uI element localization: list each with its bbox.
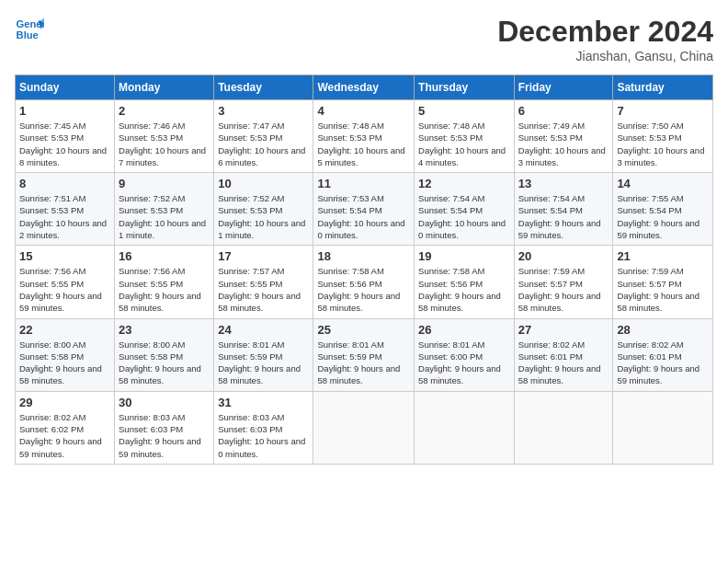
calendar-cell: 9 Sunrise: 7:52 AM Sunset: 5:53 PM Dayli… — [115, 173, 214, 246]
day-info: Sunrise: 7:56 AM Sunset: 5:55 PM Dayligh… — [119, 265, 210, 314]
column-header-saturday: Saturday — [613, 75, 713, 100]
calendar-cell: 23 Sunrise: 8:00 AM Sunset: 5:58 PM Dayl… — [115, 318, 214, 391]
day-number: 6 — [518, 104, 609, 118]
day-number: 30 — [119, 396, 210, 409]
day-info: Sunrise: 8:00 AM Sunset: 5:58 PM Dayligh… — [119, 339, 210, 387]
day-number: 18 — [317, 249, 410, 263]
day-info: Sunrise: 7:54 AM Sunset: 5:54 PM Dayligh… — [418, 192, 510, 241]
calendar-cell: 18 Sunrise: 7:58 AM Sunset: 5:56 PM Dayl… — [313, 246, 415, 318]
day-number: 8 — [19, 177, 110, 190]
calendar-week-row: 15 Sunrise: 7:56 AM Sunset: 5:55 PM Dayl… — [16, 246, 713, 318]
calendar-header-row: SundayMondayTuesdayWednesdayThursdayFrid… — [16, 75, 713, 100]
calendar-cell — [514, 391, 613, 464]
logo-icon: General Blue — [15, 15, 44, 44]
calendar-cell — [415, 391, 515, 464]
day-info: Sunrise: 7:50 AM Sunset: 5:53 PM Dayligh… — [617, 120, 709, 168]
day-number: 31 — [218, 396, 309, 409]
calendar-cell: 16 Sunrise: 7:56 AM Sunset: 5:55 PM Dayl… — [115, 246, 214, 318]
day-info: Sunrise: 8:02 AM Sunset: 6:01 PM Dayligh… — [518, 339, 609, 387]
day-info: Sunrise: 8:03 AM Sunset: 6:03 PM Dayligh… — [218, 411, 309, 460]
day-number: 29 — [19, 396, 110, 409]
day-number: 5 — [418, 104, 510, 118]
day-info: Sunrise: 8:02 AM Sunset: 6:02 PM Dayligh… — [19, 411, 110, 460]
day-number: 19 — [418, 249, 510, 263]
calendar-table: SundayMondayTuesdayWednesdayThursdayFrid… — [15, 75, 713, 465]
day-number: 25 — [317, 323, 410, 337]
calendar-cell: 4 Sunrise: 7:48 AM Sunset: 5:53 PM Dayli… — [313, 100, 415, 173]
calendar-cell: 29 Sunrise: 8:02 AM Sunset: 6:02 PM Dayl… — [16, 391, 115, 464]
day-number: 23 — [119, 323, 210, 337]
day-number: 4 — [317, 104, 410, 118]
day-info: Sunrise: 8:01 AM Sunset: 5:59 PM Dayligh… — [218, 339, 309, 387]
day-number: 22 — [19, 323, 110, 337]
day-number: 16 — [119, 249, 210, 263]
calendar-cell — [313, 391, 415, 464]
day-number: 13 — [518, 177, 609, 190]
calendar-cell: 12 Sunrise: 7:54 AM Sunset: 5:54 PM Dayl… — [415, 173, 515, 246]
day-number: 12 — [418, 177, 510, 190]
day-info: Sunrise: 7:52 AM Sunset: 5:53 PM Dayligh… — [119, 192, 210, 241]
calendar-cell: 1 Sunrise: 7:45 AM Sunset: 5:53 PM Dayli… — [16, 100, 115, 173]
day-info: Sunrise: 7:45 AM Sunset: 5:53 PM Dayligh… — [19, 120, 110, 168]
day-info: Sunrise: 8:03 AM Sunset: 6:03 PM Dayligh… — [119, 411, 210, 460]
calendar-cell: 24 Sunrise: 8:01 AM Sunset: 5:59 PM Dayl… — [214, 318, 313, 391]
calendar-cell: 7 Sunrise: 7:50 AM Sunset: 5:53 PM Dayli… — [613, 100, 713, 173]
day-info: Sunrise: 7:57 AM Sunset: 5:55 PM Dayligh… — [218, 265, 309, 314]
day-number: 15 — [19, 249, 110, 263]
calendar-cell: 27 Sunrise: 8:02 AM Sunset: 6:01 PM Dayl… — [514, 318, 613, 391]
calendar-cell: 21 Sunrise: 7:59 AM Sunset: 5:57 PM Dayl… — [613, 246, 713, 318]
location: Jianshan, Gansu, China — [497, 49, 713, 63]
calendar-cell — [613, 391, 713, 464]
day-info: Sunrise: 7:58 AM Sunset: 5:56 PM Dayligh… — [418, 265, 510, 314]
day-info: Sunrise: 7:52 AM Sunset: 5:53 PM Dayligh… — [218, 192, 309, 241]
day-info: Sunrise: 7:59 AM Sunset: 5:57 PM Dayligh… — [518, 265, 609, 314]
day-info: Sunrise: 7:47 AM Sunset: 5:53 PM Dayligh… — [218, 120, 309, 168]
calendar-cell: 6 Sunrise: 7:49 AM Sunset: 5:53 PM Dayli… — [514, 100, 613, 173]
calendar-week-row: 1 Sunrise: 7:45 AM Sunset: 5:53 PM Dayli… — [16, 100, 713, 173]
day-info: Sunrise: 7:49 AM Sunset: 5:53 PM Dayligh… — [518, 120, 609, 168]
day-info: Sunrise: 7:48 AM Sunset: 5:53 PM Dayligh… — [317, 120, 410, 168]
calendar-week-row: 8 Sunrise: 7:51 AM Sunset: 5:53 PM Dayli… — [16, 173, 713, 246]
day-number: 28 — [617, 323, 709, 337]
calendar-cell: 19 Sunrise: 7:58 AM Sunset: 5:56 PM Dayl… — [415, 246, 515, 318]
title-block: December 2024 Jianshan, Gansu, China — [497, 15, 713, 63]
day-info: Sunrise: 8:00 AM Sunset: 5:58 PM Dayligh… — [19, 339, 110, 387]
calendar-cell: 20 Sunrise: 7:59 AM Sunset: 5:57 PM Dayl… — [514, 246, 613, 318]
column-header-sunday: Sunday — [16, 75, 115, 100]
day-info: Sunrise: 8:01 AM Sunset: 6:00 PM Dayligh… — [418, 339, 510, 387]
day-number: 11 — [317, 177, 410, 190]
day-number: 17 — [218, 249, 309, 263]
calendar-cell: 11 Sunrise: 7:53 AM Sunset: 5:54 PM Dayl… — [313, 173, 415, 246]
calendar-cell: 17 Sunrise: 7:57 AM Sunset: 5:55 PM Dayl… — [214, 246, 313, 318]
calendar-cell: 22 Sunrise: 8:00 AM Sunset: 5:58 PM Dayl… — [16, 318, 115, 391]
day-number: 3 — [218, 104, 309, 118]
calendar-cell: 30 Sunrise: 8:03 AM Sunset: 6:03 PM Dayl… — [115, 391, 214, 464]
calendar-cell: 5 Sunrise: 7:48 AM Sunset: 5:53 PM Dayli… — [415, 100, 515, 173]
calendar-cell: 28 Sunrise: 8:02 AM Sunset: 6:01 PM Dayl… — [613, 318, 713, 391]
svg-text:Blue: Blue — [17, 29, 39, 40]
calendar-week-row: 22 Sunrise: 8:00 AM Sunset: 5:58 PM Dayl… — [16, 318, 713, 391]
day-info: Sunrise: 8:01 AM Sunset: 5:59 PM Dayligh… — [317, 339, 410, 387]
day-number: 10 — [218, 177, 309, 190]
calendar-week-row: 29 Sunrise: 8:02 AM Sunset: 6:02 PM Dayl… — [16, 391, 713, 464]
page-header: General Blue December 2024 Jianshan, Gan… — [15, 15, 713, 63]
day-info: Sunrise: 7:46 AM Sunset: 5:53 PM Dayligh… — [119, 120, 210, 168]
day-number: 24 — [218, 323, 309, 337]
calendar-cell: 2 Sunrise: 7:46 AM Sunset: 5:53 PM Dayli… — [115, 100, 214, 173]
day-number: 9 — [119, 177, 210, 190]
day-number: 26 — [418, 323, 510, 337]
calendar-cell: 13 Sunrise: 7:54 AM Sunset: 5:54 PM Dayl… — [514, 173, 613, 246]
day-number: 7 — [617, 104, 709, 118]
day-info: Sunrise: 7:51 AM Sunset: 5:53 PM Dayligh… — [19, 192, 110, 241]
month-title: December 2024 — [497, 15, 713, 49]
day-number: 2 — [119, 104, 210, 118]
day-info: Sunrise: 7:55 AM Sunset: 5:54 PM Dayligh… — [617, 192, 709, 241]
day-info: Sunrise: 7:59 AM Sunset: 5:57 PM Dayligh… — [617, 265, 709, 314]
day-number: 20 — [518, 249, 609, 263]
calendar-cell: 3 Sunrise: 7:47 AM Sunset: 5:53 PM Dayli… — [214, 100, 313, 173]
column-header-wednesday: Wednesday — [313, 75, 415, 100]
calendar-cell: 31 Sunrise: 8:03 AM Sunset: 6:03 PM Dayl… — [214, 391, 313, 464]
column-header-monday: Monday — [115, 75, 214, 100]
day-info: Sunrise: 8:02 AM Sunset: 6:01 PM Dayligh… — [617, 339, 709, 387]
column-header-friday: Friday — [514, 75, 613, 100]
